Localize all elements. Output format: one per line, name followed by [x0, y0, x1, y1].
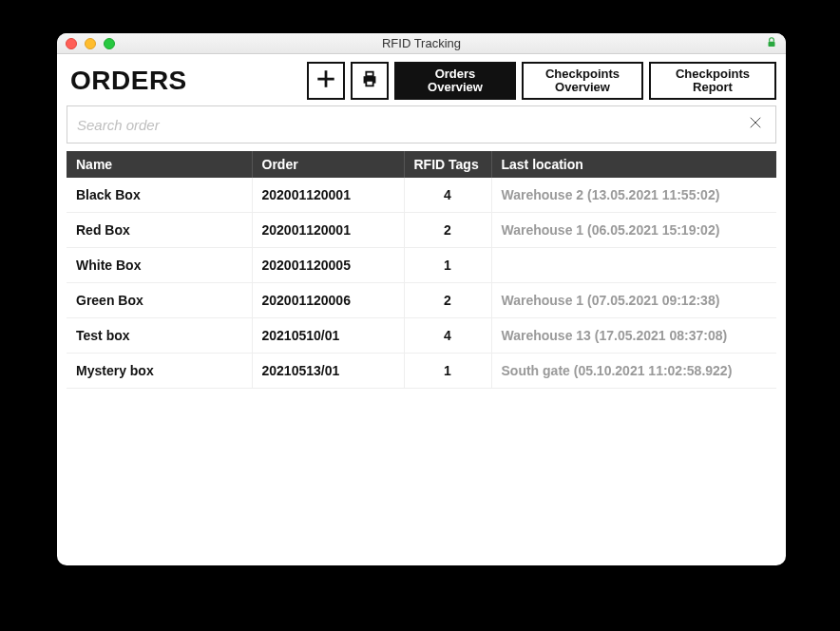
cell-tags: 2	[404, 213, 491, 248]
col-header-loc[interactable]: Last location	[491, 151, 776, 178]
svg-rect-3	[366, 81, 372, 86]
search-box	[67, 105, 776, 143]
cell-order: 202001120005	[252, 248, 404, 283]
search-input[interactable]	[77, 117, 745, 133]
cell-location: Warehouse 13 (17.05.2021 08:37:08)	[491, 318, 776, 354]
print-button[interactable]	[351, 62, 389, 100]
close-window-button[interactable]	[66, 38, 77, 49]
cell-name: Test box	[67, 318, 252, 354]
cell-tags: 4	[404, 178, 491, 213]
col-header-order[interactable]: Order	[252, 151, 404, 178]
table-row[interactable]: White Box2020011200051	[67, 248, 776, 283]
minimize-window-button[interactable]	[85, 38, 96, 49]
cell-location: South gate (05.10.2021 11:02:58.922)	[491, 354, 776, 389]
printer-icon	[359, 68, 380, 93]
cell-order: 20210510/01	[252, 318, 404, 354]
window-title: RFID Tracking	[57, 36, 786, 50]
table-row[interactable]: Mystery box20210513/011South gate (05.10…	[67, 354, 776, 389]
clear-search-button[interactable]	[745, 114, 766, 135]
lock-icon	[765, 36, 778, 49]
tab-checkpoints-overview[interactable]: Checkpoints Overview	[522, 62, 643, 100]
add-button[interactable]	[307, 62, 345, 100]
tab-checkpoints-report[interactable]: Checkpoints Report	[649, 62, 776, 100]
tab-label: Checkpoints Report	[660, 67, 765, 95]
close-icon	[747, 114, 764, 135]
table-row[interactable]: Green Box2020011200062Warehouse 1 (07.05…	[67, 283, 776, 318]
orders-table: Name Order RFID Tags Last location Black…	[67, 151, 776, 389]
table-header-row: Name Order RFID Tags Last location	[67, 151, 776, 178]
cell-name: Red Box	[67, 213, 252, 248]
search-bar	[57, 105, 786, 151]
cell-location: Warehouse 1 (06.05.2021 15:19:02)	[491, 213, 776, 248]
titlebar: RFID Tracking	[57, 33, 786, 54]
tab-label: Orders Overview	[406, 67, 505, 95]
cell-tags: 1	[404, 354, 491, 389]
cell-tags: 1	[404, 248, 491, 283]
table-row[interactable]: Black Box2020011200014Warehouse 2 (13.05…	[67, 178, 776, 213]
tab-orders-overview[interactable]: Orders Overview	[394, 62, 516, 100]
cell-order: 202001120006	[252, 283, 404, 318]
cell-order: 202001120001	[252, 178, 404, 213]
cell-order: 202001120001	[252, 213, 404, 248]
app-window: RFID Tracking ORDERS Orders Overview	[57, 33, 786, 565]
cell-location: Warehouse 1 (07.05.2021 09:12:38)	[491, 283, 776, 318]
page-title: ORDERS	[67, 66, 187, 96]
plus-icon	[315, 68, 336, 93]
zoom-window-button[interactable]	[104, 38, 115, 49]
svg-rect-2	[366, 72, 372, 77]
cell-name: Green Box	[67, 283, 252, 318]
cell-name: Mystery box	[67, 354, 252, 389]
cell-name: White Box	[67, 248, 252, 283]
svg-rect-0	[769, 42, 775, 47]
col-header-name[interactable]: Name	[67, 151, 252, 178]
cell-order: 20210513/01	[252, 354, 404, 389]
table-row[interactable]: Test box20210510/014Warehouse 13 (17.05.…	[67, 318, 776, 354]
cell-tags: 4	[404, 318, 491, 354]
cell-location: Warehouse 2 (13.05.2021 11:55:02)	[491, 178, 776, 213]
tab-label: Checkpoints Overview	[533, 67, 632, 95]
cell-location	[491, 248, 776, 283]
col-header-tags[interactable]: RFID Tags	[404, 151, 491, 178]
cell-name: Black Box	[67, 178, 252, 213]
cell-tags: 2	[404, 283, 491, 318]
window-controls	[66, 38, 115, 49]
toolbar: ORDERS Orders Overview Checkpoints Overv…	[57, 54, 786, 105]
table-row[interactable]: Red Box2020011200012Warehouse 1 (06.05.2…	[67, 213, 776, 248]
